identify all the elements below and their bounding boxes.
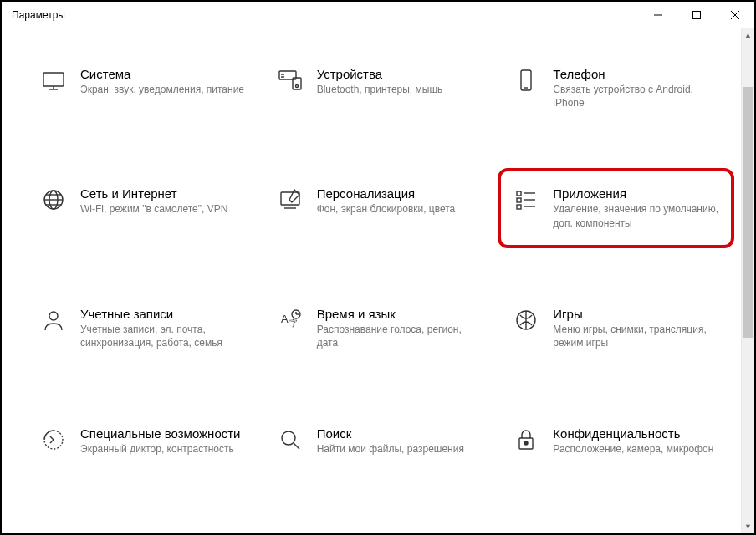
svg-point-27: [49, 312, 58, 320]
tile-desc: Учетные записи, эл. почта, синхронизация…: [80, 323, 247, 349]
scrollbar-thumb[interactable]: [743, 87, 753, 338]
time-language-icon: A字: [277, 307, 304, 334]
devices-icon: [277, 67, 304, 94]
vertical-scrollbar[interactable]: ▲ ▼: [741, 28, 754, 533]
tile-title: Устройства: [317, 67, 483, 81]
svg-point-37: [524, 441, 528, 445]
svg-text:字: 字: [289, 318, 298, 328]
titlebar: Параметры: [2, 2, 754, 28]
tile-ease-of-access[interactable]: Специальные возможности Экранный диктор,…: [35, 421, 252, 461]
svg-rect-4: [43, 73, 64, 86]
tile-title: Специальные возможности: [80, 426, 247, 441]
tile-desc: Меню игры, снимки, трансляция, режим игр…: [553, 323, 719, 349]
tile-title: Игры: [553, 307, 719, 321]
svg-line-35: [294, 443, 299, 449]
settings-content: Система Экран, звук, уведомления, питани…: [2, 28, 741, 533]
tile-devices[interactable]: Устройства Bluetooth, принтеры, мышь: [272, 62, 488, 115]
svg-rect-23: [517, 205, 521, 209]
tile-title: Время и язык: [317, 307, 483, 321]
tile-title: Обновление и: [80, 532, 247, 533]
tile-update[interactable]: Обновление и: [35, 527, 252, 533]
tile-time-language[interactable]: A字 Время и язык Распознавание голоса, ре…: [272, 302, 488, 354]
tile-desc: Экранный диктор, контрастность: [80, 442, 247, 456]
svg-point-9: [295, 85, 298, 88]
tile-desc: Найти мои файлы, разрешения: [317, 442, 483, 456]
tile-title: Система: [80, 67, 247, 81]
svg-rect-22: [517, 198, 521, 202]
network-icon: [40, 186, 67, 213]
tile-accounts[interactable]: Учетные записи Учетные записи, эл. почта…: [35, 302, 252, 354]
system-icon: [40, 67, 67, 94]
scroll-up-arrow[interactable]: ▲: [742, 28, 754, 42]
tile-desc: Wi-Fi, режим "в самолете", VPN: [80, 202, 247, 216]
tile-title: Сеть и Интернет: [80, 186, 247, 201]
accounts-icon: [40, 307, 67, 334]
svg-point-34: [282, 431, 295, 445]
tile-title: Конфиденциальность: [553, 426, 719, 441]
tile-title: Учетные записи: [80, 307, 247, 321]
tile-gaming[interactable]: Игры Меню игры, снимки, трансляция, режи…: [508, 302, 724, 354]
search-icon: [277, 426, 304, 453]
tile-title: Поиск: [317, 426, 483, 441]
window-title: Параметры: [12, 9, 639, 21]
tile-desc: Распознавание голоса, регион, дата: [317, 323, 483, 349]
svg-text:A: A: [281, 313, 289, 325]
tile-desc: Экран, звук, уведомления, питание: [80, 83, 247, 96]
tile-desc: Удаление, значения по умолчанию, доп. ко…: [553, 202, 719, 229]
personalization-icon: [277, 186, 304, 213]
privacy-icon: [513, 426, 539, 453]
ease-of-access-icon: [40, 426, 67, 453]
svg-rect-21: [517, 191, 521, 196]
apps-icon: [513, 186, 539, 213]
tile-title: Персонализация: [317, 186, 483, 201]
maximize-button[interactable]: [677, 2, 716, 28]
tile-title: Приложения: [553, 186, 719, 201]
tile-privacy[interactable]: Конфиденциальность Расположение, камера,…: [508, 421, 724, 461]
gaming-icon: [513, 307, 539, 334]
minimize-button[interactable]: [639, 2, 677, 28]
close-button[interactable]: [716, 2, 754, 28]
settings-grid: Система Экран, звук, уведомления, питани…: [35, 62, 724, 533]
tile-search[interactable]: Поиск Найти мои файлы, разрешения: [272, 421, 488, 461]
update-icon: [40, 532, 67, 533]
phone-icon: [513, 67, 539, 94]
tile-apps[interactable]: Приложения Удаление, значения по умолчан…: [498, 168, 734, 247]
tile-desc: Bluetooth, принтеры, мышь: [317, 83, 483, 96]
tile-personalization[interactable]: Персонализация Фон, экран блокировки, цв…: [272, 181, 488, 234]
tile-phone[interactable]: Телефон Связать устройство с Android, iP…: [508, 62, 724, 115]
tile-desc: Связать устройство с Android, iPhone: [553, 83, 719, 110]
svg-rect-1: [693, 12, 701, 19]
tile-desc: Фон, экран блокировки, цвета: [317, 202, 483, 216]
tile-title: Телефон: [553, 67, 719, 81]
tile-system[interactable]: Система Экран, звук, уведомления, питани…: [35, 62, 252, 115]
tile-network[interactable]: Сеть и Интернет Wi-Fi, режим "в самолете…: [35, 181, 252, 234]
tile-desc: Расположение, камера, микрофон: [553, 442, 719, 456]
scroll-down-arrow[interactable]: ▼: [742, 520, 754, 533]
